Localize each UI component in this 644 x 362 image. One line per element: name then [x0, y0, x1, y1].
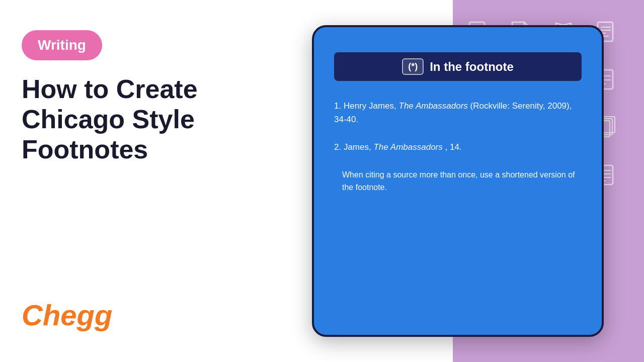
asterisk-badge: (*)	[402, 58, 424, 75]
content-card: (*) In the footnote 1. Henry James, The …	[312, 25, 604, 337]
citation-2-title: The Ambassadors	[373, 142, 442, 152]
citation-2-number: 2.	[334, 142, 344, 152]
citation-1-author: Henry James,	[344, 101, 399, 111]
left-content: Writing How to Create Chicago Style Foot…	[22, 30, 263, 174]
citation-2-detail: , 14.	[445, 142, 462, 152]
writing-badge: Writing	[22, 30, 102, 60]
citation-1: 1. Henry James, The Ambassadors (Rockvil…	[334, 99, 582, 126]
page-title: How to Create Chicago Style Footnotes	[22, 74, 263, 164]
citation-2: 2. James, The Ambassadors , 14.	[334, 140, 582, 154]
citation-list: 1. Henry James, The Ambassadors (Rockvil…	[334, 99, 582, 194]
citation-2-author: James,	[344, 142, 374, 152]
citation-1-number: 1.	[334, 101, 344, 111]
footnote-header: (*) In the footnote	[334, 52, 582, 81]
footnote-title: In the footnote	[430, 60, 514, 74]
chegg-logo: Chegg	[22, 298, 112, 332]
citation-note: When citing a source more than once, use…	[334, 168, 582, 194]
citation-1-title: The Ambassadors	[399, 101, 468, 111]
